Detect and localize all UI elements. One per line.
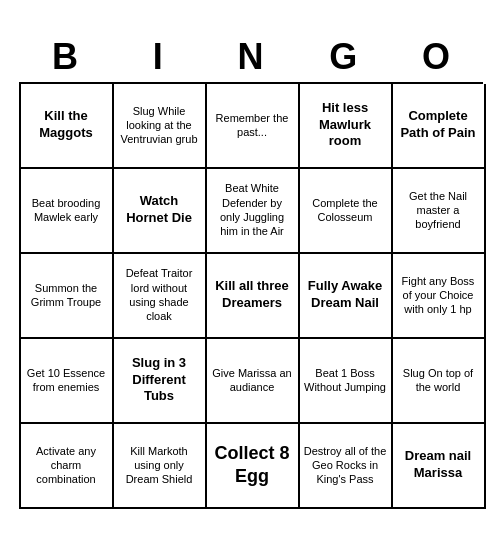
bingo-cell-3: Hit less Mawlurk room (300, 84, 393, 169)
bingo-cell-8: Complete the Colosseum (300, 169, 393, 254)
bingo-cell-0: Kill the Maggots (21, 84, 114, 169)
bingo-cell-21: Kill Markoth using only Dream Shield (114, 424, 207, 509)
bingo-cell-4: Complete Path of Pain (393, 84, 486, 169)
bingo-card: BINGO Kill the MaggotsSlug While looking… (11, 28, 491, 517)
bingo-cell-23: Destroy all of the Geo Rocks in King's P… (300, 424, 393, 509)
bingo-cell-24: Dream nail Marissa (393, 424, 486, 509)
bingo-cell-22: Collect 8 Egg (207, 424, 300, 509)
bingo-grid: Kill the MaggotsSlug While looking at th… (19, 82, 483, 509)
bingo-cell-11: Defeat Traitor lord without using shade … (114, 254, 207, 339)
header-letter-i: I (114, 36, 202, 78)
bingo-cell-16: Slug in 3 Different Tubs (114, 339, 207, 424)
bingo-cell-10: Summon the Grimm Troupe (21, 254, 114, 339)
bingo-cell-18: Beat 1 Boss Without Jumping (300, 339, 393, 424)
header-letter-g: G (299, 36, 387, 78)
header-letter-b: B (21, 36, 109, 78)
bingo-cell-13: Fully Awake Dream Nail (300, 254, 393, 339)
bingo-cell-9: Get the Nail master a boyfriend (393, 169, 486, 254)
bingo-cell-20: Activate any charm combination (21, 424, 114, 509)
bingo-cell-17: Give Marissa an audiance (207, 339, 300, 424)
bingo-cell-12: Kill all three Dreamers (207, 254, 300, 339)
bingo-cell-19: Slug On top of the world (393, 339, 486, 424)
bingo-cell-5: Beat brooding Mawlek early (21, 169, 114, 254)
bingo-cell-2: Remember the past... (207, 84, 300, 169)
bingo-cell-14: Fight any Boss of your Choice with only … (393, 254, 486, 339)
bingo-header: BINGO (19, 36, 483, 78)
bingo-cell-7: Beat White Defender by only Juggling him… (207, 169, 300, 254)
bingo-cell-1: Slug While looking at the Ventruvian gru… (114, 84, 207, 169)
bingo-cell-15: Get 10 Essence from enemies (21, 339, 114, 424)
header-letter-o: O (392, 36, 480, 78)
header-letter-n: N (206, 36, 294, 78)
bingo-cell-6: Watch Hornet Die (114, 169, 207, 254)
